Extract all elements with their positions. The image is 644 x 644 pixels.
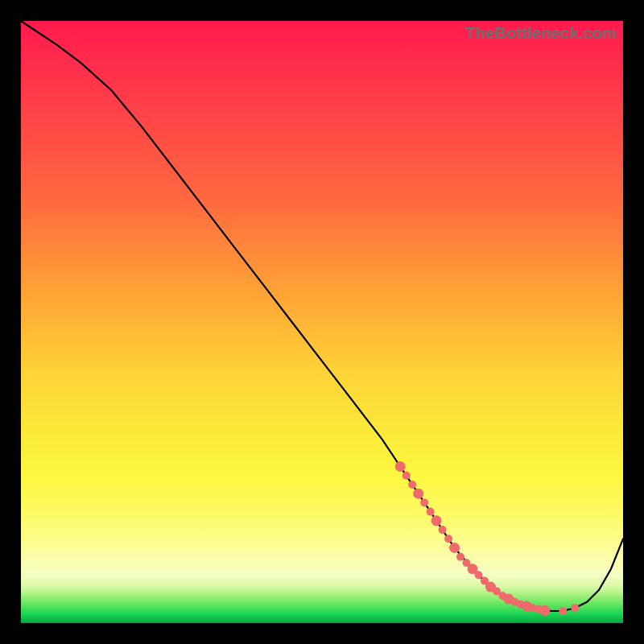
highlight-dot: [431, 515, 442, 526]
highlight-dot: [539, 605, 550, 616]
highlight-dot: [408, 481, 416, 489]
highlight-dot: [456, 553, 464, 561]
highlight-dot: [444, 535, 452, 543]
highlight-dot: [439, 526, 447, 534]
highlighted-points-group: [395, 461, 580, 616]
highlight-dot: [559, 607, 567, 615]
chart-svg: [21, 21, 623, 623]
chart-plot-area: TheBottleneck.com: [21, 21, 623, 623]
highlight-dot: [402, 472, 411, 480]
highlight-dot: [427, 508, 435, 516]
highlight-dot: [395, 461, 406, 472]
highlight-dot: [449, 543, 460, 553]
highlight-dot: [475, 571, 483, 579]
highlight-dot: [420, 498, 428, 506]
highlight-dot: [413, 489, 423, 499]
chart-frame: TheBottleneck.com: [0, 0, 644, 644]
bottleneck-curve: [21, 21, 623, 611]
highlight-dot: [571, 604, 579, 612]
